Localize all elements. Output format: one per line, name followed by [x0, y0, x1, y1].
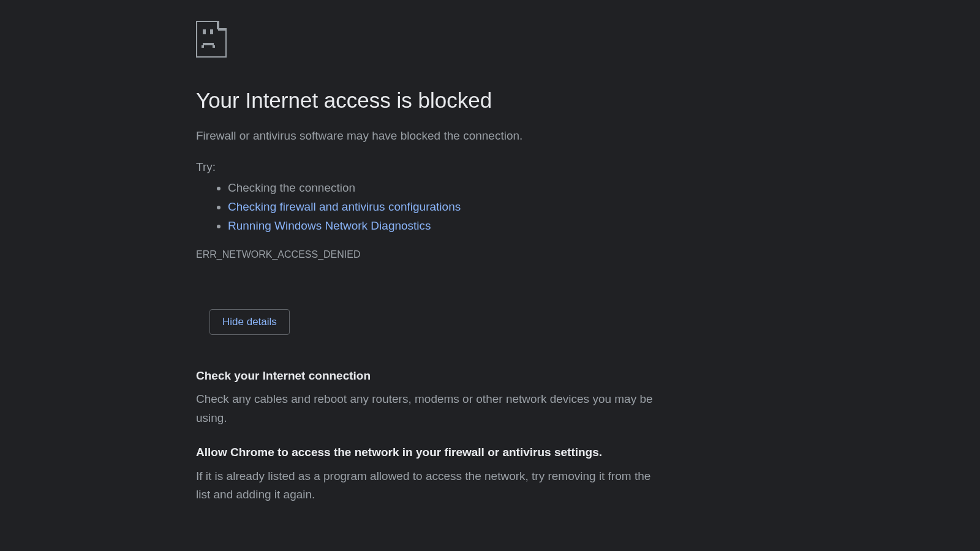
detail-title: Check your Internet connection: [196, 368, 674, 384]
suggestions-block: Try: Checking the connection Checking fi…: [196, 158, 674, 235]
detail-block: Check your Internet connection Check any…: [196, 368, 674, 427]
svg-rect-4: [203, 29, 206, 34]
svg-rect-0: [196, 21, 227, 58]
svg-rect-5: [210, 29, 213, 34]
suggestions-list: Checking the connection Checking firewal…: [196, 178, 674, 236]
suggestion-item: Running Windows Network Diagnostics: [228, 216, 674, 235]
detail-body: If it is already listed as a program all…: [196, 467, 662, 504]
suggestion-link-diagnostics[interactable]: Running Windows Network Diagnostics: [228, 219, 431, 232]
svg-rect-8: [213, 45, 215, 48]
error-heading: Your Internet access is blocked: [196, 87, 674, 114]
details-section: Check your Internet connection Check any…: [196, 368, 674, 504]
error-icon-wrap: [196, 21, 674, 58]
error-subtext: Firewall or antivirus software may have …: [196, 127, 674, 145]
error-page-container: Your Internet access is blocked Firewall…: [196, 0, 674, 504]
detail-body: Check any cables and reboot any routers,…: [196, 390, 662, 427]
suggestion-item: Checking the connection: [228, 178, 674, 197]
detail-title: Allow Chrome to access the network in yo…: [196, 444, 674, 461]
try-label: Try:: [196, 158, 674, 176]
svg-rect-7: [202, 45, 204, 48]
frowny-page-icon: [196, 21, 674, 58]
error-code: ERR_NETWORK_ACCESS_DENIED: [196, 249, 674, 260]
svg-rect-6: [203, 43, 214, 45]
suggestion-item: Checking firewall and antivirus configur…: [228, 197, 674, 216]
suggestion-link-firewall[interactable]: Checking firewall and antivirus configur…: [228, 200, 461, 213]
toggle-details-button[interactable]: Hide details: [209, 309, 290, 335]
detail-block: Allow Chrome to access the network in yo…: [196, 444, 674, 504]
svg-marker-1: [218, 21, 227, 29]
suggestion-text: Checking the connection: [228, 181, 355, 194]
